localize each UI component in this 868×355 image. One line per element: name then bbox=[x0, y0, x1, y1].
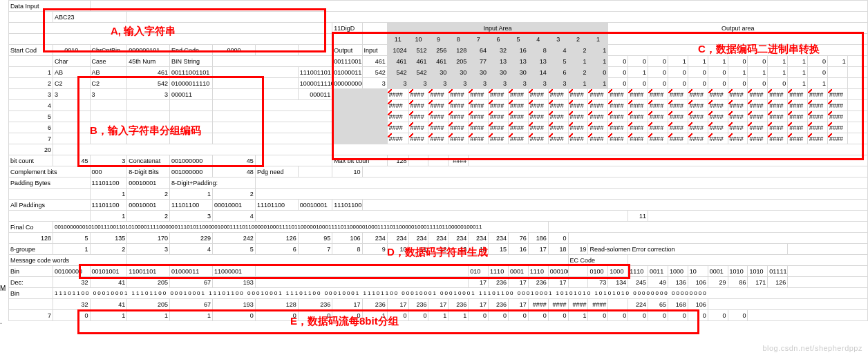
label-dec: Dec: bbox=[9, 277, 53, 288]
main-grid: Data Input ABC23 11DigD Input Area Outpu… bbox=[8, 0, 868, 321]
label-endcode: End Code bbox=[170, 45, 213, 56]
spreadsheet-area: Data Input ABC23 11DigD Input Area Outpu… bbox=[8, 0, 868, 321]
label-bitcount: bit count bbox=[9, 155, 53, 166]
label-input-area: Input Area bbox=[387, 23, 608, 34]
final-code-string: 0010000000101001110011010100001111000000… bbox=[53, 222, 548, 233]
label-msgcodewords: Message code words bbox=[9, 255, 127, 266]
label-11digd: 11DigD bbox=[332, 23, 362, 34]
label-8groupe: 8-groupe bbox=[9, 244, 53, 255]
label-bin2: Bin bbox=[9, 288, 53, 299]
label-case: Case bbox=[90, 56, 127, 67]
label-allpad: All Paddings bbox=[9, 200, 91, 211]
label-bin: Bin bbox=[9, 266, 53, 277]
label-output-area: Output area bbox=[608, 23, 868, 34]
input-value[interactable]: ABC23 bbox=[53, 12, 126, 23]
label-8digit: 8-Digit Bits bbox=[127, 166, 170, 178]
label-readsolomon: Read-solomen Error correction bbox=[588, 244, 788, 255]
label-45th: 45th Num bbox=[127, 56, 170, 67]
label-output: Output bbox=[332, 45, 362, 56]
watermark: blog.csdn.net/shepherdppz bbox=[762, 344, 862, 352]
label-binstring: BIN String bbox=[170, 56, 213, 67]
label-maxbit: Max bit coun bbox=[332, 155, 387, 166]
label-char: Char bbox=[53, 56, 90, 67]
label-input: Input bbox=[362, 45, 387, 56]
label-pdgneed: Pdg need bbox=[255, 166, 298, 178]
label-data-input: Data Input bbox=[9, 1, 91, 12]
label-paddingbytes: Padding Bytes bbox=[9, 178, 91, 189]
label-startcod: Start Cod bbox=[9, 45, 53, 56]
row-letters: M . bbox=[0, 283, 6, 327]
label-8digitpad: 8-Digit+Padding: bbox=[170, 178, 256, 189]
label-finalco: Final Co bbox=[9, 222, 53, 233]
label-complement: Complement bits bbox=[9, 166, 91, 178]
bithead: 11 bbox=[387, 34, 408, 45]
row-data-input: Data Input bbox=[9, 1, 868, 12]
label-eccode: EC Code bbox=[568, 255, 628, 266]
label-chrcntbin: ChrCntBin bbox=[90, 45, 127, 56]
label-concatenat: Concatenat bbox=[127, 155, 170, 166]
